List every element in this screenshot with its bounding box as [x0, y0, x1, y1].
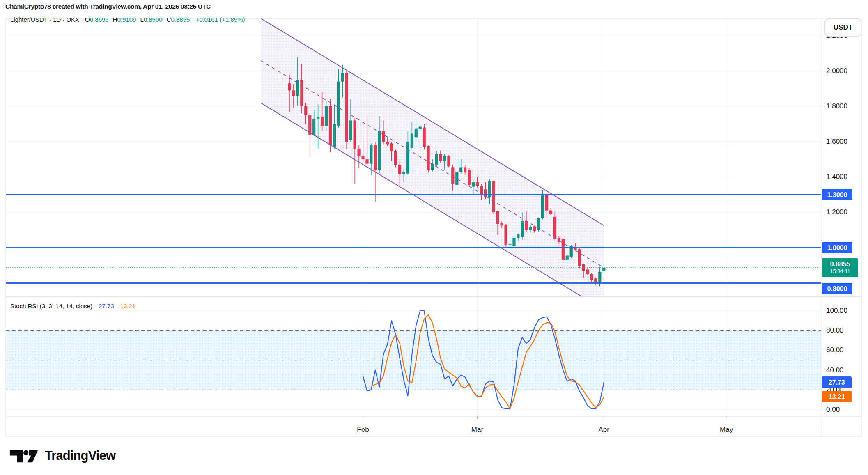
- ohlc-l: L0.8500: [140, 16, 162, 23]
- ohlc-c: C0.8855: [167, 16, 190, 23]
- indicator-k-value: 27.73: [99, 303, 114, 310]
- horizontal-level-lines[interactable]: [6, 195, 821, 283]
- symbol-legend[interactable]: Lighter/USDT · 1D · OKX O0.8695H0.9109L0…: [10, 16, 245, 23]
- parallel-channel-drawing[interactable]: [261, 18, 604, 310]
- tradingview-logo-text: TradingView: [45, 448, 115, 463]
- ohlc-o: O0.8695: [85, 16, 109, 23]
- ohlc-values: O0.8695H0.9109L0.8500C0.8855: [85, 16, 190, 23]
- tradingview-logo-icon: [8, 448, 40, 464]
- indicator-title[interactable]: Stoch RSI (3, 3, 14, 14, close): [10, 303, 92, 310]
- chart-canvas[interactable]: [0, 0, 868, 475]
- indicator-d-value: 13.21: [120, 303, 136, 310]
- indicator-legend[interactable]: Stoch RSI (3, 3, 14, 14, close) 27.73 13…: [10, 303, 135, 310]
- symbol-title[interactable]: Lighter/USDT · 1D · OKX: [10, 16, 79, 23]
- stoch-band: [6, 330, 821, 390]
- currency-unit-button[interactable]: USDT: [824, 18, 861, 37]
- tradingview-screenshot: ChamiCrypto78 created with TradingView.c…: [0, 0, 868, 475]
- tradingview-logo[interactable]: TradingView: [8, 448, 115, 464]
- change-value: +0.0161 (+1.85%): [195, 16, 245, 23]
- ohlc-h: H0.9109: [113, 16, 136, 23]
